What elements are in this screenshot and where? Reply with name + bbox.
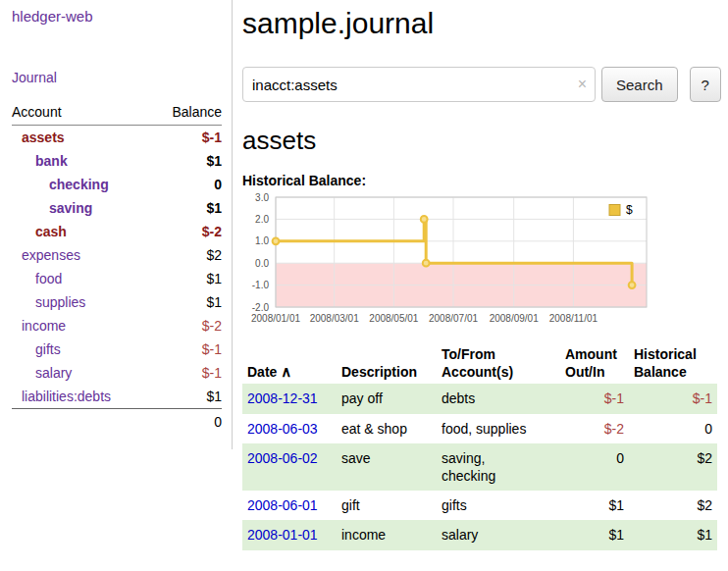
sidebar-account-expenses[interactable]: expenses — [12, 246, 80, 264]
sidebar-account-supplies[interactable]: supplies — [12, 293, 85, 311]
col-header-accounts: To/From Account(s) — [437, 342, 560, 384]
col-header-balance: Historical Balance — [629, 342, 717, 384]
sidebar-account-checking[interactable]: checking — [12, 176, 109, 193]
transaction-amount: $1 — [560, 520, 629, 549]
accounts-balance-table: Account Balance assets $-1 bank $1 check… — [12, 99, 222, 435]
register-row: 2008-01-01 income salary $1 $1 — [242, 520, 717, 549]
account-row: saving $1 — [12, 196, 222, 220]
account-row: assets $-1 — [12, 126, 222, 149]
svg-text:2008/01/01: 2008/01/01 — [251, 313, 300, 324]
register-row: 2008-06-02 save saving, checking 0 $2 — [242, 443, 717, 491]
register-header-row: Date ∧ Description To/From Account(s) Am… — [242, 342, 717, 384]
svg-text:2008/05/01: 2008/05/01 — [369, 313, 418, 324]
transaction-accounts: saving, checking — [437, 443, 560, 491]
sidebar-account-cash[interactable]: cash — [12, 223, 67, 240]
account-balance: $-1 — [202, 340, 222, 358]
transaction-accounts: salary — [437, 520, 560, 549]
register-row: 2008-06-01 gift gifts $1 $2 — [242, 491, 717, 520]
account-balance: $-2 — [202, 223, 222, 240]
account-balance: $1 — [206, 293, 222, 311]
svg-text:1.0: 1.0 — [255, 235, 269, 246]
col-account-label: Account — [12, 103, 62, 121]
transaction-accounts: debts — [437, 384, 560, 413]
account-row: bank $1 — [12, 149, 222, 173]
accounts-table-header: Account Balance — [12, 99, 222, 126]
col-header-description: Description — [337, 342, 437, 384]
sidebar-account-bank[interactable]: bank — [12, 152, 68, 170]
sort-ascending-icon: ∧ — [281, 363, 291, 380]
account-balance: $1 — [206, 152, 222, 170]
transaction-description: gift — [337, 491, 437, 520]
account-balance: $-2 — [202, 317, 222, 335]
svg-text:0.0: 0.0 — [255, 258, 269, 269]
account-heading: assets — [242, 126, 721, 155]
sidebar-account-saving[interactable]: saving — [12, 199, 92, 217]
chart-title: Historical Balance: — [242, 173, 721, 188]
sidebar-account-food[interactable]: food — [12, 270, 62, 287]
register-table: Date ∧ Description To/From Account(s) Am… — [242, 342, 717, 550]
transaction-date-link[interactable]: 2008-06-02 — [247, 450, 318, 466]
page-title: sample.journal — [242, 6, 721, 41]
search-button[interactable]: Search — [601, 67, 678, 102]
svg-text:$: $ — [626, 203, 633, 217]
account-row: cash $-2 — [12, 220, 222, 243]
transaction-date-link[interactable]: 2008-01-01 — [247, 527, 318, 543]
transaction-balance: $1 — [629, 520, 717, 549]
account-balance: $1 — [206, 199, 222, 217]
app-window: hledger-web Journal Account Balance asse… — [0, 0, 728, 550]
sidebar-account-assets[interactable]: assets — [12, 129, 65, 146]
search-input[interactable] — [242, 67, 596, 102]
main-content: sample.journal × Search ? assets Histori… — [233, 0, 728, 550]
account-balance: $-1 — [202, 364, 222, 382]
account-balance: $-1 — [202, 129, 222, 146]
transaction-date-link[interactable]: 2008-06-03 — [247, 421, 318, 437]
svg-text:2008/09/01: 2008/09/01 — [490, 313, 539, 324]
svg-text:2008/11/01: 2008/11/01 — [549, 313, 598, 324]
svg-text:3.0: 3.0 — [255, 192, 269, 203]
transaction-balance: $2 — [629, 491, 717, 520]
transaction-amount: 0 — [560, 443, 629, 491]
transaction-description: eat & shop — [337, 414, 437, 443]
account-row: income $-2 — [12, 314, 222, 337]
transaction-date-link[interactable]: 2008-06-01 — [247, 497, 318, 513]
svg-text:2008/07/01: 2008/07/01 — [429, 313, 478, 324]
brand-link[interactable]: hledger-web — [12, 8, 93, 25]
account-balance: 0 — [214, 176, 222, 193]
historical-balance-chart: 3.02.01.00.0-1.0-2.02008/01/012008/03/01… — [242, 192, 652, 326]
account-row: checking 0 — [12, 173, 222, 196]
transaction-accounts: food, supplies — [437, 414, 560, 443]
transaction-amount: $1 — [560, 491, 629, 520]
col-header-amount: Amount Out/In — [560, 342, 629, 384]
transaction-amount: $-2 — [560, 414, 629, 443]
svg-text:2008/03/01: 2008/03/01 — [310, 313, 359, 324]
account-row: food $1 — [12, 267, 222, 290]
sidebar-item-journal[interactable]: Journal — [12, 70, 222, 85]
sidebar-account-income[interactable]: income — [12, 317, 66, 335]
transaction-description: pay off — [337, 384, 437, 413]
col-balance-label: Balance — [172, 103, 222, 121]
svg-text:-1.0: -1.0 — [252, 280, 270, 290]
register-row: 2008-12-31 pay off debts $-1 $-1 — [242, 384, 717, 413]
transaction-date-link[interactable]: 2008-12-31 — [247, 390, 318, 406]
sidebar-account-gifts[interactable]: gifts — [12, 340, 61, 358]
account-balance: $2 — [206, 246, 222, 264]
clear-search-icon[interactable]: × — [578, 75, 587, 94]
sidebar-account-salary[interactable]: salary — [12, 364, 72, 382]
help-button[interactable]: ? — [690, 67, 721, 102]
register-row: 2008-06-03 eat & shop food, supplies $-2… — [242, 414, 717, 443]
transaction-amount: $-1 — [560, 384, 629, 413]
transaction-description: save — [337, 443, 437, 491]
account-row: gifts $-1 — [12, 337, 222, 361]
account-row: salary $-1 — [12, 361, 222, 385]
col-header-date[interactable]: Date ∧ — [242, 342, 337, 384]
svg-text:2.0: 2.0 — [255, 214, 269, 225]
transaction-balance: 0 — [629, 414, 717, 443]
accounts-total-row: 0 — [12, 408, 222, 435]
account-row: expenses $2 — [12, 243, 222, 267]
account-balance: $1 — [206, 270, 222, 287]
sidebar-account-liabilities-debts[interactable]: liabilities:debts — [12, 388, 111, 405]
transaction-balance: $-1 — [629, 384, 717, 413]
account-row: liabilities:debts $1 — [12, 385, 222, 408]
account-row: supplies $1 — [12, 290, 222, 314]
svg-text:-2.0: -2.0 — [252, 302, 270, 313]
